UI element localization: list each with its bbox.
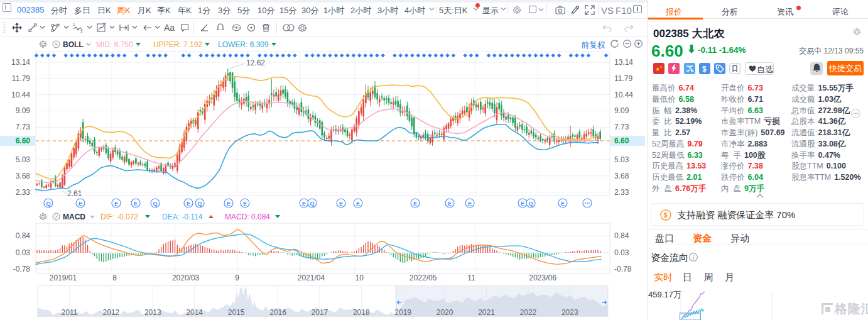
svg-text:0.03: 0.03 (614, 248, 629, 257)
svg-text:Q: Q (197, 201, 202, 207)
svg-text:13.14: 13.14 (614, 58, 633, 67)
svg-text:5.03: 5.03 (614, 155, 629, 164)
svg-text:Q: Q (46, 201, 50, 207)
svg-text:11.79: 11.79 (12, 74, 30, 83)
svg-text:11: 11 (467, 273, 475, 282)
svg-text:2016: 2016 (269, 308, 286, 317)
svg-text:E: E (227, 201, 231, 207)
svg-text:12.62: 12.62 (246, 58, 265, 67)
svg-text:Q: Q (528, 201, 533, 207)
svg-text:E: E (413, 201, 417, 207)
svg-text:2021: 2021 (478, 308, 495, 317)
svg-text:6.60: 6.60 (16, 136, 31, 145)
svg-text:2021/04: 2021/04 (298, 273, 325, 282)
svg-text:2023: 2023 (561, 308, 578, 317)
svg-text:-0.78: -0.78 (614, 265, 632, 273)
svg-text:Q: Q (153, 201, 157, 207)
svg-text:E: E (448, 201, 452, 207)
svg-text:5.03: 5.03 (16, 155, 31, 164)
svg-text:$: $ (664, 211, 668, 219)
svg-text:13.14: 13.14 (11, 58, 30, 67)
svg-text:2.33: 2.33 (614, 188, 629, 197)
svg-text:2019/01: 2019/01 (50, 273, 77, 282)
svg-text:8: 8 (112, 273, 117, 282)
svg-text:E: E (561, 201, 565, 207)
svg-text:2022/05: 2022/05 (410, 273, 437, 282)
svg-text:2022: 2022 (520, 308, 537, 317)
svg-text:E: E (302, 201, 306, 207)
svg-text:-0.78: -0.78 (13, 265, 31, 273)
svg-text:2017: 2017 (312, 308, 328, 317)
svg-text:Q: Q (310, 201, 314, 207)
svg-text:3.68: 3.68 (614, 172, 629, 180)
svg-text:9: 9 (235, 273, 239, 282)
svg-text:0.84: 0.84 (16, 231, 31, 240)
svg-text:2014: 2014 (186, 308, 203, 317)
svg-text:7.73: 7.73 (614, 123, 629, 131)
svg-text:2013: 2013 (144, 308, 161, 317)
svg-text:E: E (114, 201, 118, 207)
svg-text:★: ★ (659, 65, 663, 69)
svg-text:3.68: 3.68 (16, 172, 31, 180)
svg-text:E: E (243, 201, 247, 207)
svg-text:2020: 2020 (437, 308, 453, 317)
svg-text:E: E (468, 201, 472, 207)
svg-text:E: E (187, 201, 190, 207)
svg-text:11.79: 11.79 (614, 74, 632, 83)
svg-text:2.61: 2.61 (67, 189, 82, 198)
svg-text:9.09: 9.09 (16, 106, 31, 115)
svg-text:2011: 2011 (62, 308, 78, 317)
svg-text:10.44: 10.44 (614, 91, 633, 99)
svg-text:2019: 2019 (394, 308, 411, 317)
svg-text:2023/06: 2023/06 (529, 273, 557, 282)
svg-text:2015: 2015 (228, 308, 245, 317)
svg-text:E: E (521, 201, 524, 207)
svg-text:10: 10 (355, 273, 364, 282)
svg-text:10.44: 10.44 (11, 91, 30, 99)
svg-text:E: E (356, 201, 360, 207)
svg-text:E: E (339, 201, 343, 207)
svg-text:E: E (79, 201, 82, 207)
svg-text:0.84: 0.84 (614, 231, 629, 240)
svg-text:9.09: 9.09 (614, 106, 629, 115)
svg-text:2018: 2018 (353, 308, 370, 317)
svg-text:2012: 2012 (103, 308, 120, 317)
svg-text:6.60: 6.60 (614, 136, 629, 145)
svg-text:2.33: 2.33 (16, 188, 31, 197)
svg-text:$: $ (702, 65, 707, 74)
svg-text:2020/03: 2020/03 (172, 273, 200, 282)
svg-text:0.03: 0.03 (16, 248, 31, 257)
svg-text:E: E (134, 201, 138, 207)
svg-text:7.73: 7.73 (16, 123, 31, 131)
